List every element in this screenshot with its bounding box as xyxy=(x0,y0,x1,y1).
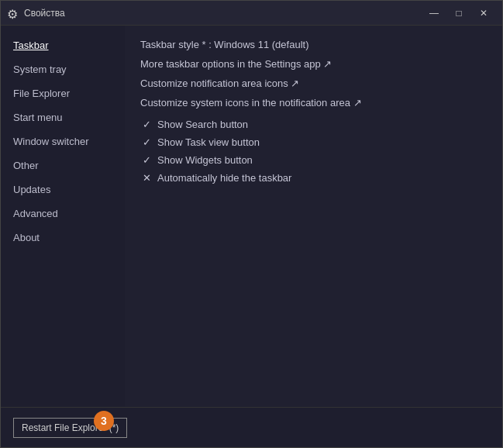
window-icon: ⚙ xyxy=(7,7,19,19)
sidebar-item-updates[interactable]: Updates xyxy=(1,177,125,202)
taskbar-style-item: Taskbar style * : Windows 11 (default) xyxy=(140,35,487,54)
show-widgets-item[interactable]: ✓ Show Widgets button xyxy=(140,151,487,169)
auto-hide-cross-icon: ✕ xyxy=(140,172,153,184)
sidebar-item-other[interactable]: Other xyxy=(1,153,125,177)
title-bar: ⚙ Свойства — □ ✕ xyxy=(1,1,502,26)
maximize-button[interactable]: □ xyxy=(446,2,471,24)
minimize-button[interactable]: — xyxy=(422,2,446,24)
show-search-item[interactable]: ✓ Show Search button xyxy=(140,115,487,133)
sidebar-item-file-explorer[interactable]: File Explorer xyxy=(1,81,125,105)
show-search-check-icon: ✓ xyxy=(140,119,153,130)
window-title: Свойства xyxy=(24,8,422,19)
sidebar-item-advanced[interactable]: Advanced xyxy=(1,202,125,226)
show-search-label: Show Search button xyxy=(157,119,248,130)
customize-system-icons-item[interactable]: Customize system icons in the notificati… xyxy=(140,93,487,112)
more-taskbar-options-text: More taskbar options in the Settings app… xyxy=(140,58,332,70)
more-taskbar-options-item[interactable]: More taskbar options in the Settings app… xyxy=(140,54,487,74)
show-task-view-check-icon: ✓ xyxy=(140,136,153,148)
auto-hide-label: Automatically hide the taskbar xyxy=(157,172,291,184)
content-area: Taskbar System tray File Explorer Start … xyxy=(1,26,502,407)
sidebar-item-about[interactable]: About xyxy=(1,226,125,250)
close-button[interactable]: ✕ xyxy=(471,2,496,24)
taskbar-style-text: Taskbar style * : Windows 11 (default) xyxy=(140,39,308,50)
show-widgets-label: Show Widgets button xyxy=(157,154,253,166)
sidebar-item-window-switcher[interactable]: Window switcher xyxy=(1,129,125,153)
badge-number: 3 xyxy=(94,411,114,431)
show-task-view-label: Show Task view button xyxy=(157,136,260,148)
customize-notification-item[interactable]: Customize notification area icons ↗ xyxy=(140,74,487,93)
show-task-view-item[interactable]: ✓ Show Task view button xyxy=(140,133,487,151)
auto-hide-item[interactable]: ✕ Automatically hide the taskbar xyxy=(140,169,487,187)
main-window: ⚙ Свойства — □ ✕ Taskbar System tray Fil… xyxy=(0,0,503,448)
customize-system-icons-text: Customize system icons in the notificati… xyxy=(140,97,362,109)
sidebar: Taskbar System tray File Explorer Start … xyxy=(1,26,125,407)
sidebar-item-start-menu[interactable]: Start menu xyxy=(1,105,125,129)
sidebar-item-system-tray[interactable]: System tray xyxy=(1,57,125,81)
show-widgets-check-icon: ✓ xyxy=(140,154,153,166)
window-controls: — □ ✕ xyxy=(422,2,496,24)
main-panel: Taskbar style * : Windows 11 (default) M… xyxy=(125,26,502,407)
sidebar-item-taskbar[interactable]: Taskbar xyxy=(1,33,125,57)
customize-notification-text: Customize notification area icons ↗ xyxy=(140,78,299,89)
footer: 3 Restart File Explorer (*) xyxy=(1,407,502,447)
